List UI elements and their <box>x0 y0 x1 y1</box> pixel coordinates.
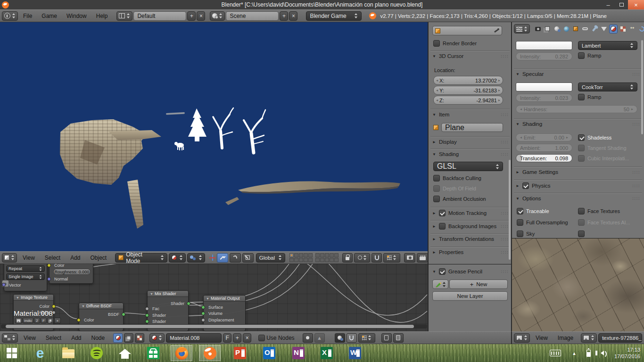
screen-layout-icon-button[interactable] <box>116 11 132 21</box>
backface-culling-checkbox[interactable] <box>433 175 440 181</box>
node-collapse-icon[interactable]: ▼ <box>206 297 209 300</box>
panel-grip-icon[interactable]: ∷∷ <box>632 196 640 201</box>
active-object-field[interactable] <box>432 26 502 35</box>
delete-layout-button[interactable]: × <box>197 11 205 21</box>
pivot-point-select[interactable] <box>187 253 205 263</box>
layer-18[interactable] <box>325 258 329 262</box>
panel-grip-icon[interactable]: ∷∷ <box>501 112 509 117</box>
add-scene-button[interactable]: + <box>280 11 288 21</box>
scene-icon-button[interactable] <box>210 11 225 21</box>
animal-object[interactable] <box>174 142 184 150</box>
image-name-button[interactable]: índic <box>23 318 33 323</box>
editor-divider[interactable] <box>511 22 512 344</box>
tray-expand-button[interactable]: ▴ <box>568 345 580 361</box>
close-button[interactable]: × <box>628 0 644 9</box>
panel-header-specular[interactable]: ▼ Specular ∷∷ <box>516 71 640 77</box>
scene-field[interactable]: Scene <box>226 11 279 21</box>
use-nodes-checkbox[interactable] <box>258 335 265 341</box>
tab-render-layers[interactable] <box>543 25 552 33</box>
panel-header-physics[interactable]: ► Physics ∷∷ <box>516 182 640 189</box>
background-images-checkbox[interactable] <box>439 223 446 230</box>
menu-view[interactable]: View <box>18 255 39 261</box>
tab-constraints[interactable] <box>581 25 589 33</box>
color-input-socket[interactable] <box>77 318 81 322</box>
maximize-button[interactable] <box>615 0 628 9</box>
panel-header-item[interactable]: ▼ Item ∷∷ <box>432 112 509 117</box>
shader2-input-socket[interactable] <box>145 320 149 323</box>
start-button[interactable] <box>1 345 23 361</box>
proportional-edit-button[interactable] <box>354 253 370 263</box>
menu-object[interactable]: Object <box>86 255 111 261</box>
menu-window[interactable]: Window <box>62 13 91 19</box>
decrement-icon[interactable]: ◂ <box>436 88 438 92</box>
node-collapse-icon[interactable]: ▼ <box>16 296 19 299</box>
taskbar-file-explorer[interactable] <box>58 345 79 361</box>
panel-header-shading[interactable]: ▼ Shading ∷∷ <box>516 121 640 127</box>
editor-type-image-button[interactable] <box>514 333 530 343</box>
menu-node[interactable]: Node <box>87 335 109 341</box>
image-users-button[interactable]: 2 <box>34 318 40 323</box>
snap-node-mode-button[interactable] <box>358 333 375 343</box>
layer-12[interactable] <box>294 258 298 262</box>
decrement-icon[interactable]: ◂ <box>520 107 522 111</box>
translucency-slider[interactable]: Translucen: 0.098 <box>516 154 572 162</box>
cubic-interpolation-checkbox[interactable] <box>578 155 585 162</box>
n-panel-scrollbar[interactable] <box>509 160 511 260</box>
ambient-slider[interactable]: Ambient: 1.000 <box>516 144 572 152</box>
shadeless-checkbox[interactable] <box>578 134 585 141</box>
taskbar-spotify[interactable] <box>86 345 107 361</box>
motion-tracking-checkbox[interactable] <box>439 210 446 216</box>
opengl-render-image-button[interactable] <box>404 253 415 263</box>
taskbar-powerpoint[interactable]: P <box>229 345 251 361</box>
image-browse-button[interactable] <box>581 333 597 343</box>
snap-toggle-button[interactable] <box>372 253 382 263</box>
layer-15[interactable] <box>308 258 313 262</box>
sky-checkbox[interactable] <box>517 230 523 237</box>
face-textures-alpha-checkbox[interactable] <box>578 219 585 226</box>
shader1-input-socket[interactable] <box>145 313 149 317</box>
panel-header-display[interactable]: ► Display ∷∷ <box>432 139 509 145</box>
grease-pencil-browse-button[interactable] <box>432 280 448 289</box>
panel-header-motion-tracking[interactable]: ► Motion Tracking ∷∷ <box>432 210 509 216</box>
minimize-button[interactable]: – <box>602 0 615 9</box>
editor-divider[interactable] <box>428 22 428 331</box>
panel-header-properties[interactable]: ► Properties ∷∷ <box>432 249 509 255</box>
node-texture-props-partial[interactable]: Repeat Single Image Vector <box>4 264 47 291</box>
snap-node-element-button[interactable] <box>335 333 345 343</box>
translate-manipulator-button[interactable] <box>217 253 228 263</box>
layer-13[interactable] <box>299 258 303 262</box>
panel-grip-icon[interactable]: ∷∷ <box>632 72 640 77</box>
layer-10[interactable] <box>334 253 339 257</box>
tab-render[interactable] <box>534 25 542 33</box>
emit-slider[interactable]: ◂ Emit: 0.00 ▸ <box>516 133 572 141</box>
grease-pencil-new-button[interactable]: + New <box>449 280 508 289</box>
source-select[interactable]: Single Image <box>6 273 45 280</box>
render-border-checkbox[interactable] <box>433 40 440 47</box>
properties-scrollbar[interactable] <box>641 40 643 134</box>
taskbar-word[interactable]: W <box>344 345 366 361</box>
menu-file[interactable]: File <box>19 13 36 19</box>
color-socket[interactable] <box>47 264 51 267</box>
taskbar-clock[interactable]: 17:13 17/07/2016 <box>614 346 640 360</box>
unlink-image-button[interactable]: × <box>54 318 61 323</box>
layer-9[interactable] <box>330 253 334 257</box>
scale-manipulator-button[interactable] <box>242 253 254 263</box>
panel-grip-icon[interactable]: ∷∷ <box>632 183 640 189</box>
taskbar-firefox[interactable] <box>171 345 192 361</box>
tab-material[interactable] <box>609 25 618 33</box>
taskbar-blender[interactable] <box>199 345 221 361</box>
layer-6[interactable] <box>315 253 320 257</box>
specular-intensity-slider[interactable]: Intensity: 0.023 <box>516 94 572 102</box>
paste-nodes-button[interactable] <box>393 333 404 343</box>
layer-17[interactable] <box>320 258 324 262</box>
decrement-icon[interactable]: ◂ <box>436 98 438 102</box>
panel-header-shading[interactable]: ▼ Shading ∷∷ <box>432 151 509 157</box>
taskbar-excel[interactable]: X <box>316 345 338 361</box>
hardness-slider[interactable]: ◂ Hardness: 50 ▸ <box>516 105 637 113</box>
fake-user-button[interactable]: F <box>223 333 231 343</box>
snap-node-toggle-button[interactable] <box>347 333 357 343</box>
layer-20[interactable] <box>334 258 339 262</box>
tab-scene[interactable] <box>553 25 561 33</box>
increment-icon[interactable]: ▸ <box>631 107 633 111</box>
panel-grip-icon[interactable]: ∷∷ <box>501 269 509 274</box>
